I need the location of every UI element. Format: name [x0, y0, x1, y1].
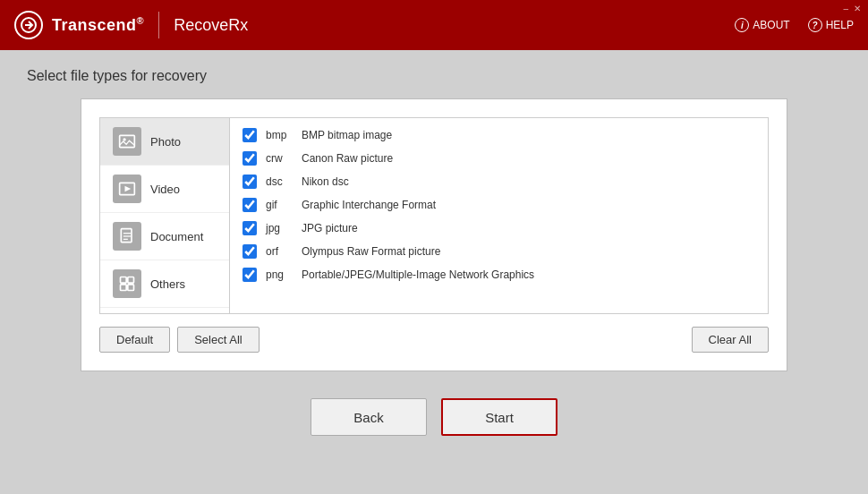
file-extension: jpg	[266, 222, 293, 234]
titlebar: – ✕ Transcend® RecoveRx i ABOUT ? HELP	[0, 0, 868, 50]
titlebar-controls: i ABOUT ? HELP	[735, 18, 854, 32]
file-row: pngPortable/JPEG/Multiple-Image Network …	[230, 263, 768, 286]
file-checkbox-crw[interactable]	[243, 151, 257, 166]
file-extension: png	[266, 268, 293, 281]
back-button[interactable]: Back	[311, 398, 427, 436]
file-description: BMP bitmap image	[302, 129, 392, 141]
file-checkbox-gif[interactable]	[243, 198, 257, 212]
video-label: Video	[150, 183, 180, 196]
sidebar-item-photo[interactable]: Photo	[100, 118, 229, 166]
help-icon: ?	[808, 18, 822, 32]
file-checkbox-png[interactable]	[243, 268, 257, 282]
file-row: bmpBMP bitmap image	[230, 124, 768, 147]
svg-rect-10	[128, 277, 134, 284]
svg-rect-5	[121, 229, 132, 243]
svg-rect-12	[128, 285, 134, 291]
window-controls: – ✕	[843, 4, 861, 13]
title-divider	[158, 12, 159, 38]
file-extension: bmp	[266, 129, 293, 141]
file-extension: orf	[266, 245, 293, 258]
document-label: Document	[150, 230, 203, 243]
file-description: Graphic Interchange Format	[302, 199, 436, 211]
left-buttons: Default Select All	[99, 327, 260, 353]
about-icon: i	[735, 18, 749, 32]
start-button[interactable]: Start	[441, 398, 557, 436]
file-list: bmpBMP bitmap imagecrwCanon Raw pictured…	[230, 118, 768, 313]
svg-rect-1	[120, 135, 135, 147]
minimize-button[interactable]: –	[843, 4, 848, 13]
file-row: jpgJPG picture	[230, 217, 768, 240]
file-checkbox-jpg[interactable]	[243, 221, 257, 235]
file-description: Canon Raw picture	[302, 152, 393, 165]
svg-rect-9	[121, 277, 127, 284]
file-description: Olympus Raw Format picture	[302, 245, 440, 258]
content-area: Select file types for recovery Photo	[0, 50, 868, 454]
photo-label: Photo	[150, 135, 181, 149]
file-checkbox-bmp[interactable]	[243, 128, 257, 142]
app-name: RecoveRx	[174, 16, 248, 35]
document-icon	[113, 222, 141, 251]
file-extension: dsc	[266, 175, 293, 188]
video-icon	[113, 175, 141, 203]
file-checkbox-orf[interactable]	[243, 244, 257, 259]
bottom-navigation: Back Start	[27, 398, 841, 436]
about-button[interactable]: i ABOUT	[735, 18, 789, 32]
svg-rect-11	[121, 285, 127, 291]
page-title: Select file types for recovery	[27, 68, 841, 84]
sidebar-item-others[interactable]: Others	[100, 260, 229, 308]
others-label: Others	[150, 277, 185, 291]
close-button[interactable]: ✕	[854, 4, 861, 13]
panel-body: Photo Video	[99, 117, 769, 314]
file-row: dscNikon dsc	[230, 170, 768, 193]
default-button[interactable]: Default	[99, 327, 170, 353]
svg-marker-4	[125, 186, 132, 192]
logo-text: Transcend®	[52, 15, 144, 35]
category-sidebar: Photo Video	[100, 118, 230, 313]
logo-icon	[14, 11, 43, 39]
file-extension: gif	[266, 199, 293, 211]
logo: Transcend®	[14, 11, 144, 39]
photo-icon	[113, 127, 141, 156]
file-row: gifGraphic Interchange Format	[230, 193, 768, 217]
file-checkbox-dsc[interactable]	[243, 175, 257, 189]
file-row: crwCanon Raw picture	[230, 147, 768, 170]
file-description: JPG picture	[302, 222, 358, 234]
others-icon	[113, 269, 141, 298]
sidebar-item-video[interactable]: Video	[100, 166, 229, 213]
main-panel: Photo Video	[81, 98, 787, 371]
file-extension: crw	[266, 152, 293, 165]
file-description: Nikon dsc	[302, 175, 349, 188]
file-description: Portable/JPEG/Multiple-Image Network Gra…	[302, 268, 534, 281]
sidebar-item-document[interactable]: Document	[100, 213, 229, 260]
file-row: orfOlympus Raw Format picture	[230, 240, 768, 263]
clear-all-button[interactable]: Clear All	[692, 327, 769, 353]
svg-point-2	[123, 138, 125, 141]
action-buttons: Default Select All Clear All	[99, 327, 769, 353]
select-all-button[interactable]: Select All	[177, 327, 259, 353]
help-button[interactable]: ? HELP	[808, 18, 854, 32]
